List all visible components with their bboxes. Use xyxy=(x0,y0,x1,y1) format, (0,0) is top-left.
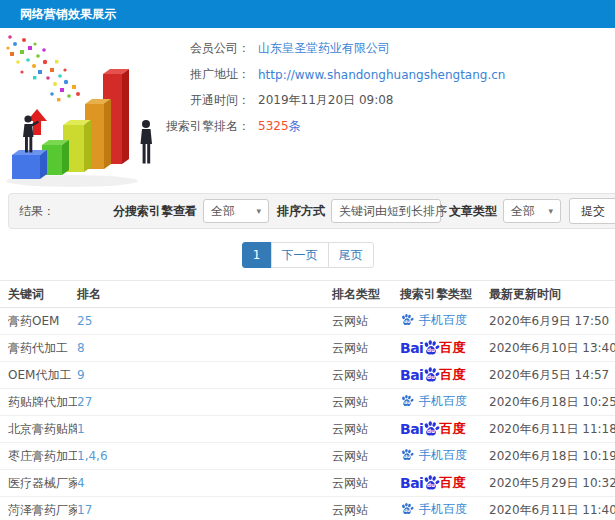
header-keyword: 关键词 xyxy=(0,281,77,308)
results-table: 关键词 排名 排名类型 搜索引擎类型 最新更新时间 膏药OEM25云网站 du … xyxy=(0,280,615,520)
keyword-cell: 药贴牌代加工 xyxy=(0,389,77,416)
open-time-label: 开通时间： xyxy=(150,92,250,109)
table-row: OEM代加工9云网站 Bai du 百度2020年6月5日 14:57 xyxy=(0,362,615,389)
rank-type-cell: 云网站 xyxy=(332,443,400,470)
table-row: 医疗器械厂家4云网站 Bai du 百度2020年5月29日 10:32 xyxy=(0,470,615,497)
baidu-logo: Bai du 百度 xyxy=(400,474,465,492)
mobile-baidu-logo: du 手机百度 xyxy=(400,447,467,464)
sort-filter-label: 排序方式 xyxy=(277,203,325,220)
svg-text:du: du xyxy=(404,320,410,325)
sort-select[interactable]: 关键词由短到长排序 ▾ xyxy=(331,199,441,223)
chevron-down-icon: ▾ xyxy=(548,206,553,216)
svg-text:du: du xyxy=(427,482,435,488)
header-rank-type: 排名类型 xyxy=(332,281,400,308)
table-row: 膏药OEM25云网站 du 手机百度2020年6月9日 17:50 xyxy=(0,308,615,335)
baidu-paw-icon: du xyxy=(400,448,414,462)
table-row: 菏泽膏药厂家17云网站 du 手机百度2020年6月11日 11:40 xyxy=(0,497,615,520)
keyword-cell: OEM代加工 xyxy=(0,362,77,389)
table-row: 枣庄膏药加工1,4,6云网站 du 手机百度2020年6月18日 10:19 xyxy=(0,443,615,470)
table-header-row: 关键词 排名 排名类型 搜索引擎类型 最新更新时间 xyxy=(0,281,615,308)
article-type-select[interactable]: 全部 ▾ xyxy=(503,199,561,223)
promo-url-label: 推广地址： xyxy=(150,66,250,83)
baidu-paw-icon: du xyxy=(400,394,414,408)
pagination: 1 下一页 尾页 xyxy=(0,242,615,268)
baidu-logo: Bai du 百度 xyxy=(400,366,465,384)
rank-cell[interactable]: 8 xyxy=(77,335,332,362)
rank-count-label: 搜索引擎排名： xyxy=(150,118,250,135)
promo-url-link[interactable]: http://www.shandonghuangshengtang.cn xyxy=(258,68,505,82)
baidu-logo: Bai du 百度 xyxy=(400,339,465,357)
rank-cell[interactable]: 17 xyxy=(77,497,332,520)
page-title: 网络营销效果展示 xyxy=(20,7,116,21)
open-time-row: 开通时间： 2019年11月20日 09:08 xyxy=(150,92,505,109)
baidu-paw-icon: du xyxy=(422,474,440,492)
company-link[interactable]: 山东皇圣堂药业有限公司 xyxy=(258,40,390,57)
rank-cell[interactable]: 1,4,6 xyxy=(77,443,332,470)
baidu-paw-icon: du xyxy=(400,313,414,327)
svg-text:du: du xyxy=(404,401,410,406)
header-update-time: 最新更新时间 xyxy=(489,281,615,308)
baidu-paw-icon: du xyxy=(400,502,414,516)
baidu-logo: Bai du 百度 xyxy=(400,420,465,438)
table-row: 膏药代加工8云网站 Bai du 百度2020年6月10日 13:40 xyxy=(0,335,615,362)
rank-count-value: 5325条 xyxy=(258,118,301,135)
rank-cell[interactable]: 1 xyxy=(77,416,332,443)
engine-cell: Bai du 百度 xyxy=(400,416,489,443)
page-button-1[interactable]: 1 xyxy=(242,242,272,268)
article-type-select-value: 全部 xyxy=(511,203,535,220)
next-page-button[interactable]: 下一页 xyxy=(271,242,329,268)
sort-select-value: 关键词由短到长排序 xyxy=(339,203,447,220)
svg-text:du: du xyxy=(404,509,410,514)
engine-cell: du 手机百度 xyxy=(400,497,489,520)
rank-type-cell: 云网站 xyxy=(332,308,400,335)
rank-count-number: 5325 xyxy=(258,119,289,133)
rank-type-cell: 云网站 xyxy=(332,362,400,389)
engine-cell: Bai du 百度 xyxy=(400,362,489,389)
filter-controls: 分搜索引擎查看 全部 ▾ 排序方式 关键词由短到长排序 ▾ 文章类型 全部 ▾ … xyxy=(105,198,615,224)
engine-select[interactable]: 全部 ▾ xyxy=(203,199,269,223)
open-time-value: 2019年11月20日 09:08 xyxy=(258,92,393,109)
rank-count-unit: 条 xyxy=(289,119,301,133)
rank-cell[interactable]: 9 xyxy=(77,362,332,389)
engine-cell: du 手机百度 xyxy=(400,308,489,335)
keyword-cell: 北京膏药贴牌 xyxy=(0,416,77,443)
rank-type-cell: 云网站 xyxy=(332,470,400,497)
svg-text:du: du xyxy=(404,455,410,460)
keyword-cell: 膏药代加工 xyxy=(0,335,77,362)
rank-cell[interactable]: 27 xyxy=(77,389,332,416)
rank-type-cell: 云网站 xyxy=(332,497,400,520)
engine-cell: Bai du 百度 xyxy=(400,470,489,497)
header-rank: 排名 xyxy=(77,281,332,308)
keyword-cell: 膏药OEM xyxy=(0,308,77,335)
chevron-down-icon: ▾ xyxy=(256,206,261,216)
result-label: 结果： xyxy=(19,203,55,220)
table-row: 北京膏药贴牌1云网站 Bai du 百度2020年6月11日 11:18 xyxy=(0,416,615,443)
rank-cell[interactable]: 25 xyxy=(77,308,332,335)
time-cell: 2020年6月9日 17:50 xyxy=(489,308,615,335)
keyword-cell: 医疗器械厂家 xyxy=(0,470,77,497)
engine-cell: du 手机百度 xyxy=(400,389,489,416)
baidu-paw-icon: du xyxy=(422,420,440,438)
last-page-button[interactable]: 尾页 xyxy=(328,242,374,268)
rank-cell[interactable]: 4 xyxy=(77,470,332,497)
rank-count-row: 搜索引擎排名： 5325条 xyxy=(150,118,505,135)
promo-url-row: 推广地址： http://www.shandonghuangshengtang.… xyxy=(150,66,505,83)
keyword-cell: 菏泽膏药厂家 xyxy=(0,497,77,520)
rank-type-cell: 云网站 xyxy=(332,389,400,416)
blue-bar xyxy=(12,150,47,179)
time-cell: 2020年6月10日 13:40 xyxy=(489,335,615,362)
baidu-paw-icon: du xyxy=(422,339,440,357)
time-cell: 2020年6月18日 10:25 xyxy=(489,389,615,416)
rank-type-cell: 云网站 xyxy=(332,335,400,362)
filter-bar: 结果： 分搜索引擎查看 全部 ▾ 排序方式 关键词由短到长排序 ▾ 文章类型 全… xyxy=(8,193,615,229)
header-engine-type: 搜索引擎类型 xyxy=(400,281,489,308)
engine-select-value: 全部 xyxy=(211,203,235,220)
confetti xyxy=(6,35,80,101)
engine-cell: Bai du 百度 xyxy=(400,335,489,362)
time-cell: 2020年6月11日 11:18 xyxy=(489,416,615,443)
submit-button[interactable]: 提交 xyxy=(569,198,615,224)
mobile-baidu-logo: du 手机百度 xyxy=(400,501,467,518)
title-bar: 网络营销效果展示 xyxy=(0,0,615,28)
svg-text:du: du xyxy=(427,347,435,353)
info-fields: 会员公司： 山东皇圣堂药业有限公司 推广地址： http://www.shand… xyxy=(150,40,505,144)
